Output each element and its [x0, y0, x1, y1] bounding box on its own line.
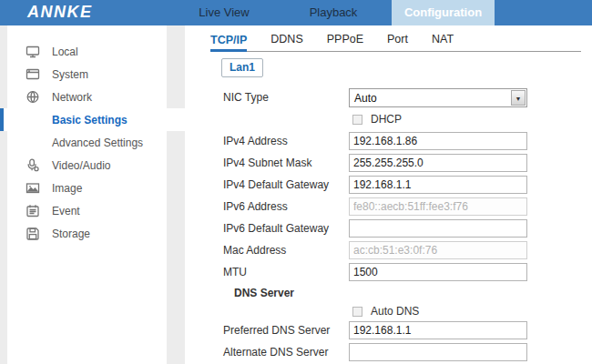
nav-live-view[interactable]: Live View [182, 0, 266, 25]
sidebar-item-label: Basic Settings [52, 114, 128, 126]
ipv6-address-label: IPv6 Address [223, 200, 349, 213]
tcpip-form: NIC Type Auto ▼ DHCP IPv4 Address IPv4 S… [210, 86, 592, 363]
dhcp-checkbox[interactable] [352, 115, 362, 125]
sidebar-item-advanced-settings[interactable]: Advanced Settings [7, 131, 167, 154]
alternate-dns-row: Alternate DNS Server [223, 341, 592, 363]
sidebar-item-label: Image [52, 182, 82, 195]
sidebar-item-label: Event [52, 205, 80, 217]
dhcp-label: DHCP [371, 113, 402, 126]
alternate-dns-input[interactable] [349, 343, 527, 361]
sidebar-item-label: Network [52, 91, 92, 104]
sidebar: Local System Network Basic Settings Adva… [0, 25, 185, 364]
auto-dns-row: Auto DNS [223, 303, 592, 319]
sidebar-item-system[interactable]: System [7, 63, 167, 86]
ipv6-gateway-input[interactable] [349, 219, 527, 238]
ipv6-gateway-row: IPv6 Default Gateway [223, 217, 592, 239]
ipv4-gateway-row: IPv4 Default Gateway [223, 174, 592, 196]
nic-type-selected-value: Auto [354, 92, 377, 105]
nic-type-label: NIC Type [223, 91, 349, 104]
alternate-dns-label: Alternate DNS Server [223, 346, 349, 359]
mtu-label: MTU [223, 266, 349, 278]
main-panel: TCP/IP DDNS PPPoE Port NAT Lan1 NIC Type… [185, 25, 592, 364]
ipv4-subnet-label: IPv4 Subnet Mask [223, 157, 349, 169]
sidebar-item-local[interactable]: Local [7, 40, 167, 63]
storage-icon [26, 227, 40, 240]
sidebar-item-image[interactable]: Image [7, 177, 167, 199]
mtu-row: MTU [223, 261, 592, 283]
tab-pppoe[interactable]: PPPoE [327, 33, 363, 51]
mac-address-input [349, 241, 527, 259]
ipv6-address-input [349, 197, 527, 216]
tab-tcpip[interactable]: TCP/IP [210, 34, 247, 52]
auto-dns-label: Auto DNS [371, 305, 419, 318]
annke-logo: ANNKE [27, 3, 93, 22]
mac-address-label: Mac Address [223, 244, 349, 257]
network-tabs: TCP/IP DDNS PPPoE Port NAT [210, 33, 581, 52]
audio-video-icon [26, 158, 40, 172]
tab-port[interactable]: Port [387, 33, 408, 51]
sidebar-item-label: System [52, 68, 88, 81]
dhcp-row: DHCP [223, 108, 592, 130]
sidebar-item-label: Local [52, 46, 78, 58]
top-header: ANNKE Live View Playback Configuration [0, 0, 592, 25]
ipv4-address-label: IPv4 Address [223, 135, 349, 147]
lan1-tab-button[interactable]: Lan1 [221, 58, 263, 77]
monitor-icon [26, 45, 40, 58]
sidebar-item-label: Storage [52, 228, 90, 240]
ipv6-gateway-label: IPv6 Default Gateway [223, 222, 349, 235]
nic-type-select[interactable]: Auto ▼ [349, 88, 527, 107]
sidebar-item-video-audio[interactable]: Video/Audio [7, 154, 167, 177]
sidebar-item-storage[interactable]: Storage [7, 222, 167, 245]
nav-playback[interactable]: Playback [291, 0, 375, 25]
dns-server-heading: DNS Server [223, 283, 592, 303]
ipv4-gateway-input[interactable] [349, 176, 527, 194]
tab-nat[interactable]: NAT [432, 33, 454, 51]
globe-icon [26, 90, 40, 104]
sidebar-item-label: Advanced Settings [52, 136, 143, 149]
system-window-icon [26, 67, 40, 81]
auto-dns-checkbox[interactable] [352, 307, 362, 317]
nav-configuration[interactable]: Configuration [392, 0, 495, 25]
sidebar-item-network[interactable]: Network [7, 86, 167, 108]
mac-address-row: Mac Address [223, 239, 592, 261]
preferred-dns-label: Preferred DNS Server [223, 324, 349, 337]
sidebar-item-event[interactable]: Event [7, 199, 167, 222]
tab-ddns[interactable]: DDNS [270, 33, 302, 51]
preferred-dns-input[interactable] [349, 321, 527, 339]
ipv6-address-row: IPv6 Address [223, 196, 592, 217]
image-icon [26, 181, 40, 195]
mtu-input[interactable] [349, 263, 527, 281]
chevron-down-icon[interactable]: ▼ [511, 90, 526, 106]
ipv4-subnet-input[interactable] [349, 154, 527, 172]
preferred-dns-row: Preferred DNS Server [223, 319, 592, 341]
event-icon [26, 204, 40, 217]
sidebar-item-label: Video/Audio [52, 159, 111, 172]
ipv4-address-input[interactable] [349, 132, 527, 150]
sidebar-item-basic-settings[interactable]: Basic Settings [0, 108, 185, 131]
ipv4-address-row: IPv4 Address [223, 130, 592, 152]
ipv4-subnet-row: IPv4 Subnet Mask [223, 152, 592, 174]
nic-type-row: NIC Type Auto ▼ [223, 86, 592, 108]
ipv4-gateway-label: IPv4 Default Gateway [223, 178, 349, 191]
